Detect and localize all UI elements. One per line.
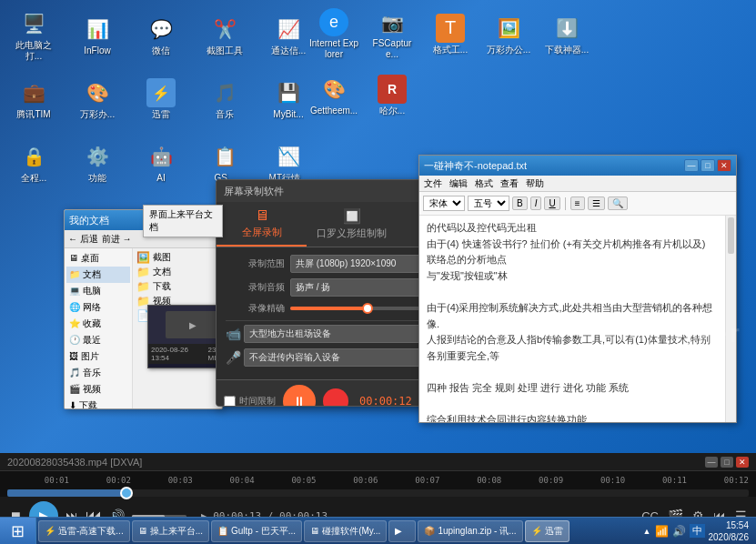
desktop-icon-inflow[interactable]: 📊 InFlow [68,5,126,66]
recorder-tab-fullscreen[interactable]: 🖥 全屏录制 [217,202,307,247]
text-editor-body: 的代码以及控代码无出租 由于(4) 快速答设书行? 扯们价 (+有关交片机构推各… [419,216,736,422]
taskbar-item-thunder[interactable]: ⚡ 迅雷-高速下载... [38,520,130,542]
desktop-icon-ai[interactable]: 🤖 AI [132,132,190,194]
te-maximize[interactable]: □ [701,159,715,172]
file-item[interactable]: 📁下载 [135,279,220,294]
recorder-tab-region[interactable]: 🔲 口罗义形组制制 [307,202,397,247]
sidebar-music[interactable]: 🎵 音乐 [66,365,130,381]
text-editor-toolbar: 宋体 五号 B I U ≡ ☰ 🔍 [419,192,736,216]
file-item[interactable]: 📁文档 [135,265,220,279]
menu-view[interactable]: 查看 [500,177,519,190]
desktop-icon-format[interactable]: T 格式工... [421,5,479,64]
text-line: 由于(4)采用控制系统解决方式,此处共相当由大型营销机的各种想像. [427,300,718,332]
desktop-icon-ha[interactable]: R 哈尔... [363,65,421,125]
menu-help[interactable]: 帮助 [526,177,544,190]
time-00-07: 00:07 [415,476,439,485]
file-item[interactable]: 🖼️截图 [135,250,220,265]
taskbar-item-gulp[interactable]: 📋 Gultp - 巴天平... [211,520,302,542]
desktop-icon-fscapture[interactable]: 📷 FSCapture... [363,5,421,64]
pause-button[interactable]: ⏸ [283,385,316,407]
scrollbar-thumb[interactable] [728,217,734,254]
sidebar-documents[interactable]: 📁 文档 [66,267,130,283]
text-content-area[interactable]: 的代码以及控代码无出租 由于(4) 快速答设书行? 扯们价 (+有关交片机构推各… [419,216,725,422]
desktop-icon-pctools[interactable]: 🖥️ 此电脑之打... [5,5,63,66]
time-00-12: 00:12 [724,476,749,485]
desktop-icon-downloader[interactable]: ⬇️ 下载神器... [538,5,596,64]
taskbar-item-thunder2[interactable]: ⚡ 迅雷 [525,520,570,542]
recorder-time-limit[interactable]: 时间限制 [224,395,276,407]
text-editor-controls: — □ ✕ [684,159,731,172]
underline-button[interactable]: U [544,196,559,210]
text-line: 联络总的分析地点 [427,252,718,268]
te-minimize[interactable]: — [684,159,699,172]
windows-logo-icon: ⊞ [11,521,25,541]
sidebar-desktop[interactable]: 🖥 桌面 [66,250,130,267]
find-button[interactable]: 🔍 [608,196,628,210]
menu-file[interactable]: 文件 [424,177,442,190]
desktop-icon-thunder[interactable]: ⚡ 迅雷 [132,68,190,130]
taskbar-item-screen[interactable]: 🖥 碰撞软件(My... [304,520,387,542]
text-scrollbar[interactable] [725,216,736,422]
desktop-icon-wechat[interactable]: 💬 微信 [132,5,190,66]
divider [565,197,566,210]
taskbar-item-1uping[interactable]: 📦 1upinglan.zip - 讯... [418,520,522,542]
start-button[interactable]: ⊞ [0,518,36,545]
desktop-icon-security[interactable]: 🔒 全程... [5,132,63,194]
player-win-controls: — □ ✕ [705,457,749,468]
player-filename: 20200828035438.mp4 [DXVA] [7,457,142,468]
desktop-icon-wancai[interactable]: 🎨 万彩办... [68,68,126,130]
player-maximize[interactable]: □ [721,457,733,468]
time-limit-checkbox[interactable] [224,396,236,408]
italic-button[interactable]: I [530,196,542,210]
recorder-quality-label: 录像精确 [226,302,285,315]
taskbar-items: ⚡ 迅雷-高速下载... 🖥 操上来平台... 📋 Gultp - 巴天平...… [36,518,636,545]
player-minimize[interactable]: — [705,457,718,468]
file-manager-sidebar: 🖥 桌面 📁 文档 💻 电脑 🌐 网络 ⭐ 收藏 🕐 最近 🖼 图片 🎵 音乐 … [65,248,133,408]
text-editor-menu: 文件 编辑 格式 查看 帮助 [419,176,736,192]
sidebar-network[interactable]: 🌐 网络 [66,299,130,316]
windows-taskbar: ⊞ ⚡ 迅雷-高速下载... 🖥 操上来平台... 📋 Gultp - 巴天平.… [0,517,756,544]
text-editor-window: 一碰神奇不-notepad.txt — □ ✕ 文件 编辑 格式 查看 帮助 宋… [418,155,737,423]
desktop-icon-wancai2[interactable]: 🖼️ 万彩办公... [479,5,538,64]
desktop-icon-tim[interactable]: 💼 腾讯TIM [5,68,63,130]
progress-bar[interactable] [7,489,749,497]
tray-lang[interactable]: 中 [690,524,705,538]
tray-expand[interactable]: ▲ [643,527,651,536]
sidebar-favorites[interactable]: ⭐ 收藏 [66,316,130,332]
te-close[interactable]: ✕ [717,159,731,172]
progress-thumb[interactable] [120,487,133,499]
record-button[interactable] [323,388,348,407]
progress-fill [7,489,123,497]
bold-button[interactable]: B [512,196,528,210]
desktop-icon-music[interactable]: 🎵 音乐 [196,68,254,130]
desktop-icon-screenshot[interactable]: ✂️ 截图工具 [196,5,254,66]
sidebar-video[interactable]: 🎬 视频 [66,381,130,398]
align-left[interactable]: ≡ [570,196,585,210]
recorder-title: 屏幕录制软件 [224,185,284,198]
menu-format[interactable]: 格式 [475,177,493,190]
align-center[interactable]: ☰ [588,196,605,210]
sidebar-computer[interactable]: 💻 电脑 [66,283,130,299]
preview-timestamp: 2020-08-26 13:54 [151,346,208,362]
popout-item[interactable]: 界面上来平台文档 [144,206,222,237]
taskbar-item-empty[interactable]: ▶ [388,520,416,542]
desktop-icon-ie[interactable]: e Internet Explorer [305,5,363,64]
system-clock[interactable]: 15:54 2020/8/26 [709,519,750,543]
player-close[interactable]: ✕ [736,457,749,468]
tray-volume[interactable]: 🔊 [672,525,686,538]
timeline-labels: 00:01 00:02 00:03 00:04 00:05 00:06 00:0… [0,471,756,489]
text-line [427,364,718,380]
text-editor-titlebar: 一碰神奇不-notepad.txt — □ ✕ [419,156,736,176]
toolbar-back[interactable]: ← 后退 [68,233,98,246]
toolbar-fwd[interactable]: 前进 → [102,233,132,246]
taskbar-item-platform[interactable]: 🖥 操上来平台... [132,520,209,542]
sidebar-pictures[interactable]: 🖼 图片 [66,348,130,365]
size-select[interactable]: 五号 [468,196,509,211]
desktop-icon-function[interactable]: ⚙️ 功能 [68,132,126,194]
font-select[interactable]: 宋体 [423,196,465,211]
menu-edit[interactable]: 编辑 [449,177,468,190]
desktop-icon-gettheme[interactable]: 🎨 Gettheem... [305,65,363,125]
record-timer: 00:00:12 [359,395,412,407]
sidebar-downloads[interactable]: ⬇ 下载 [66,398,130,408]
sidebar-recent[interactable]: 🕐 最近 [66,332,130,348]
